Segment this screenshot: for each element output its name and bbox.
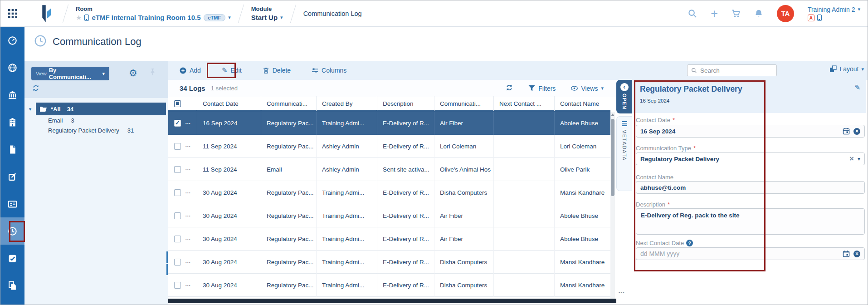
favorite-star-icon[interactable] bbox=[76, 14, 82, 22]
module-caret-icon[interactable] bbox=[280, 15, 283, 20]
search-icon[interactable] bbox=[688, 9, 697, 18]
row-checkbox[interactable] bbox=[174, 236, 181, 242]
building-icon[interactable] bbox=[0, 108, 24, 136]
description-textarea[interactable]: E-Delivery of Reg. pack to the site bbox=[636, 209, 864, 234]
room-caret-icon[interactable] bbox=[228, 15, 231, 20]
column-header[interactable]: Contact Name bbox=[554, 96, 610, 111]
communication-type-input[interactable] bbox=[640, 156, 846, 162]
row-menu-icon[interactable] bbox=[185, 237, 191, 241]
dropdown-caret-icon[interactable] bbox=[858, 156, 860, 162]
cart-icon[interactable] bbox=[731, 9, 741, 18]
grid-refresh-icon[interactable] bbox=[506, 84, 513, 93]
table-row[interactable]: 16 Sep 2024Regulatory Pac...Training Adm… bbox=[168, 112, 610, 135]
open-panel-tab[interactable]: OPEN bbox=[616, 80, 632, 113]
user-avatar[interactable]: TA bbox=[777, 5, 794, 22]
select-all-checkbox[interactable] bbox=[174, 100, 181, 107]
edit-button[interactable]: Edit bbox=[222, 66, 242, 74]
contact-name-field[interactable] bbox=[636, 181, 865, 194]
contact-date-field[interactable] bbox=[636, 125, 865, 138]
column-header[interactable]: Created By bbox=[316, 96, 377, 111]
views-button[interactable]: Views bbox=[571, 85, 604, 92]
row-checkbox[interactable] bbox=[174, 120, 181, 127]
column-header[interactable]: Communicati... bbox=[261, 96, 316, 111]
tree-item-regulatory-packet-delivery[interactable]: Regulatory Packet Delivery 31 bbox=[24, 125, 168, 135]
communication-type-field[interactable] bbox=[636, 152, 865, 165]
help-icon[interactable] bbox=[686, 240, 693, 246]
column-header[interactable]: Contact Date bbox=[197, 96, 261, 111]
detail-edit-pencil-icon[interactable] bbox=[854, 84, 860, 92]
row-checkbox[interactable] bbox=[174, 143, 181, 150]
tree-item-all[interactable]: *All 34 bbox=[36, 103, 166, 115]
more-options-dots-icon[interactable] bbox=[619, 290, 625, 295]
tree-expand-caret-icon[interactable] bbox=[24, 106, 36, 112]
notifications-bell-icon[interactable] bbox=[754, 9, 763, 18]
communication-log-clock-icon[interactable] bbox=[0, 217, 24, 245]
check-square-icon[interactable] bbox=[0, 245, 24, 272]
copy-documents-icon[interactable] bbox=[0, 272, 24, 299]
description-field[interactable]: E-Delivery of Reg. pack to the site bbox=[636, 208, 865, 235]
metadata-tab[interactable]: METADATA bbox=[616, 116, 632, 191]
table-row[interactable]: 30 Aug 2024Regulatory Pac...Training Adm… bbox=[168, 181, 610, 204]
id-card-icon[interactable] bbox=[0, 190, 24, 217]
module-name[interactable]: Start Up bbox=[251, 14, 278, 21]
app-grid-icon[interactable] bbox=[0, 9, 24, 19]
table-row[interactable]: 30 Aug 2024Regulatory Pac...Training Adm… bbox=[168, 204, 610, 227]
table-row[interactable]: 11 Sep 2024EmailAshley AdminSent site ac… bbox=[168, 158, 610, 181]
grid-search-box[interactable] bbox=[687, 64, 777, 76]
tree-item-email[interactable]: Email 3 bbox=[24, 115, 168, 125]
document-icon[interactable] bbox=[0, 136, 24, 163]
calendar-icon[interactable] bbox=[843, 250, 850, 257]
row-checkbox[interactable] bbox=[174, 212, 181, 219]
row-menu-icon[interactable] bbox=[185, 168, 191, 171]
add-button[interactable]: Add bbox=[180, 67, 201, 74]
layout-button[interactable]: Layout bbox=[829, 65, 864, 73]
calendar-icon[interactable] bbox=[843, 128, 850, 135]
view-selector-button[interactable]: View By Communicati... bbox=[31, 67, 109, 80]
module-selector[interactable]: Start Up bbox=[251, 14, 283, 21]
row-menu-icon[interactable] bbox=[185, 122, 191, 125]
table-row[interactable]: 30 Aug 2024Regulatory Pac...Training Adm… bbox=[168, 251, 610, 274]
columns-button[interactable]: Columns bbox=[312, 67, 346, 74]
next-contact-date-input[interactable] bbox=[640, 251, 839, 257]
dashboard-speedometer-icon[interactable] bbox=[0, 27, 24, 54]
column-header[interactable]: Next Contact ... bbox=[493, 96, 554, 111]
edit-form-icon[interactable] bbox=[0, 163, 24, 190]
delete-button[interactable]: Delete bbox=[263, 67, 291, 74]
row-menu-icon[interactable] bbox=[185, 214, 191, 217]
table-vertical-scrollbar[interactable] bbox=[610, 112, 615, 299]
search-input[interactable] bbox=[700, 67, 773, 74]
row-menu-icon[interactable] bbox=[185, 191, 191, 194]
row-menu-icon[interactable] bbox=[185, 261, 191, 264]
clear-date-icon[interactable] bbox=[853, 251, 860, 257]
view-settings-gear-icon[interactable] bbox=[129, 68, 137, 79]
user-menu[interactable]: Training Admin 2 bbox=[808, 6, 860, 13]
row-checkbox[interactable] bbox=[174, 282, 181, 289]
row-checkbox[interactable] bbox=[174, 189, 181, 196]
table-row[interactable]: 11 Sep 2024Regulatory Pac...Ashley Admin… bbox=[168, 135, 610, 158]
pin-icon[interactable] bbox=[149, 68, 156, 78]
create-plus-icon[interactable] bbox=[711, 9, 718, 18]
room-selector[interactable]: eTMF Internal Training Room 10.5 eTMF bbox=[76, 14, 231, 22]
row-checkbox[interactable] bbox=[174, 259, 181, 266]
table-row[interactable]: 30 Aug 2024Regulatory Pac...Training Adm… bbox=[168, 274, 610, 297]
table-horizontal-scrollbar[interactable] bbox=[168, 299, 616, 303]
room-name[interactable]: eTMF Internal Training Room 10.5 bbox=[92, 14, 200, 21]
next-contact-date-field[interactable] bbox=[636, 247, 865, 260]
table-row[interactable]: 30 Aug 2024Regulatory Pac...Training Adm… bbox=[168, 227, 610, 251]
remove-selection-icon[interactable] bbox=[849, 154, 854, 163]
globe-icon[interactable] bbox=[0, 54, 24, 81]
column-header[interactable]: Description bbox=[377, 96, 434, 111]
row-menu-icon[interactable] bbox=[185, 284, 191, 287]
contact-name-input[interactable] bbox=[640, 184, 860, 191]
tree-refresh-icon[interactable] bbox=[32, 84, 39, 93]
scrollbar-thumb[interactable] bbox=[611, 119, 614, 196]
column-header[interactable]: Communicati... bbox=[434, 96, 493, 111]
clear-date-icon[interactable] bbox=[853, 128, 860, 135]
detail-title: Regulatory Packet Delivery bbox=[640, 84, 742, 94]
scroll-up-arrow-icon[interactable] bbox=[611, 113, 614, 116]
contact-date-input[interactable] bbox=[640, 128, 839, 135]
bank-icon[interactable] bbox=[0, 81, 24, 108]
row-menu-icon[interactable] bbox=[185, 145, 191, 148]
filters-button[interactable]: Filters bbox=[528, 85, 556, 92]
row-checkbox[interactable] bbox=[174, 166, 181, 173]
